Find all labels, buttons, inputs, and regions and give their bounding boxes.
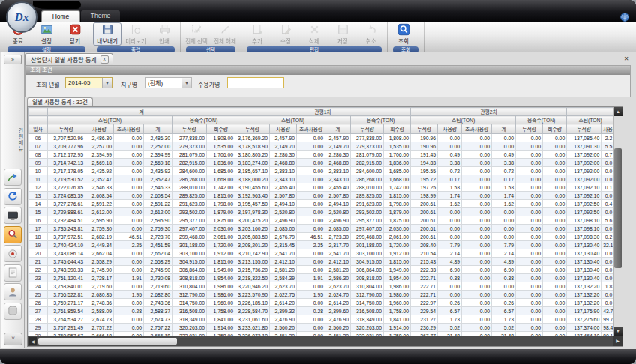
grid-cell[interactable]: 0.49 — [438, 151, 462, 159]
grid-cell[interactable]: 3,195,457.50 — [236, 200, 270, 208]
grid-column-header[interactable]: 초과사용량 — [297, 124, 326, 134]
grid-cell[interactable]: 137,085.40 — [567, 134, 602, 142]
grid-cell[interactable]: 3,192,963.40 — [236, 192, 270, 200]
grid-cell[interactable]: 2,680.85 — [86, 291, 114, 299]
grid-cell[interactable]: 3,220,946.20 — [236, 282, 270, 291]
grid-cell[interactable]: 13 — [28, 192, 48, 200]
grid-cell[interactable]: 2,457.90 — [326, 134, 351, 142]
grid-cell[interactable]: 1,875.00 — [384, 216, 411, 225]
grid-cell[interactable]: 299,468.00 — [172, 233, 207, 241]
grid-cell[interactable]: 23 — [28, 274, 48, 282]
grid-cell[interactable]: 14 — [28, 200, 48, 208]
grid-cell[interactable]: 1.91 — [114, 274, 144, 282]
grid-cell[interactable]: 3,223,570.90 — [236, 291, 270, 299]
grid-cell[interactable]: 0.00 — [516, 282, 543, 291]
grid-cell[interactable]: 288,010.00 — [351, 183, 384, 192]
grid-cell[interactable]: 1,986.00 — [384, 291, 411, 299]
grid-cell[interactable]: 1,836.00 — [207, 159, 236, 167]
grid-cell[interactable]: 0.00 — [516, 324, 543, 332]
grid-cell[interactable]: 0.00 — [462, 159, 492, 167]
grid-cell[interactable]: 7.79 — [492, 241, 516, 249]
grid-cell[interactable]: 2,608.54 — [144, 192, 172, 200]
grid-cell[interactable]: 2,494.10 — [270, 200, 297, 208]
grid-cell[interactable]: 2,623.70 — [326, 282, 351, 291]
grid-cell[interactable]: 0.00 — [297, 282, 326, 291]
grid-cell[interactable]: 0.00 — [516, 142, 543, 151]
grid-cell[interactable]: 1.95 — [114, 291, 144, 299]
grid-cell[interactable]: 2,685.00 — [270, 225, 297, 233]
grid-column-header[interactable]: 누적량 — [48, 124, 86, 134]
grid-cell[interactable]: 200.61 — [411, 225, 438, 233]
grid-cell[interactable]: 0.00 — [297, 192, 326, 200]
grid-column-header[interactable]: 사용량 — [602, 124, 613, 134]
grid-cell[interactable]: 0.00 — [543, 324, 567, 332]
grid-column-header[interactable]: 누적량 — [567, 124, 602, 134]
grid-cell[interactable]: 2,149.70 — [270, 142, 297, 151]
grid-cell[interactable]: 1,742.00 — [384, 183, 411, 192]
grid-cell[interactable]: 297,407.00 — [351, 225, 384, 233]
grid-cell[interactable]: 2,674.73 — [86, 315, 114, 324]
grid-cell[interactable]: 2,496.90 — [326, 216, 351, 225]
grid-cell[interactable]: 0.2 — [602, 233, 613, 241]
grid-cell[interactable]: 2,608.54 — [86, 192, 114, 200]
horizontal-scrollbar[interactable]: ◀ — [28, 336, 613, 346]
grid-cell[interactable]: 0.00 — [516, 233, 543, 241]
grid-cell[interactable]: 1.95 — [297, 291, 326, 299]
grid-cell[interactable]: 1,986.00 — [207, 291, 236, 299]
grid-cell[interactable]: 0.00 — [543, 307, 567, 315]
grid-cell[interactable]: 3,210,742.90 — [236, 249, 270, 258]
grid-cell[interactable]: 1,841.00 — [384, 315, 411, 324]
grid-cell[interactable]: 2,612.00 — [144, 208, 172, 216]
grid-cell[interactable]: 3,756,522.81 — [48, 291, 86, 299]
grid-cell[interactable]: 137,092.50 — [567, 208, 602, 216]
grid-cell[interactable]: 281,079.00 — [172, 151, 207, 159]
grid-cell[interactable]: 27 — [28, 307, 48, 315]
grid-cell[interactable]: 137,092.10 — [567, 192, 602, 200]
grid-cell[interactable]: 2,676.79 — [270, 233, 297, 241]
grid-cell[interactable]: 3,735,243.81 — [48, 225, 86, 233]
grid-cell[interactable]: 3,200,475.20 — [236, 216, 270, 225]
grid-cell[interactable]: 0.00 — [543, 159, 567, 167]
grid-cell[interactable]: 2,674.73 — [144, 315, 172, 324]
grid-cell[interactable]: 1,986.00 — [384, 282, 411, 291]
grid-cell[interactable]: 0.00 — [297, 159, 326, 167]
grid-cell[interactable]: 0.38 — [438, 274, 462, 282]
grid-cell[interactable]: 2,476.90 — [270, 315, 297, 324]
grid-cell[interactable]: 0.00 — [543, 183, 567, 192]
grid-cell[interactable]: 2,520.80 — [270, 208, 297, 216]
document-tab-close-icon[interactable]: x — [100, 55, 109, 64]
grid-cell[interactable]: 2,061.00 — [207, 233, 236, 241]
grid-cell[interactable]: 297,407.00 — [172, 225, 207, 233]
grid-column-header[interactable]: 초과사용량 — [114, 124, 144, 134]
grid-cell[interactable]: 1,949.00 — [384, 266, 411, 274]
grid-cell[interactable]: 0.26 — [438, 299, 462, 307]
grid-cell[interactable]: 0.00 — [492, 233, 516, 241]
grid-cell[interactable]: 3,188,000.20 — [236, 175, 270, 183]
grid-cell[interactable]: 28 — [28, 315, 48, 324]
grid-cell[interactable]: 236.29 — [411, 324, 438, 332]
grid-cell[interactable]: 222.97 — [411, 299, 438, 307]
scroll-up-icon[interactable]: ▲ — [614, 107, 622, 116]
query-button[interactable]: 조회 — [389, 22, 418, 46]
grid-column-header[interactable]: 계 — [492, 124, 516, 134]
grid-cell[interactable]: 2,496.90 — [270, 216, 297, 225]
grid-cell[interactable]: 0.00 — [114, 324, 144, 332]
grid-cell[interactable]: 0.00 — [438, 225, 462, 233]
grid-cell[interactable]: 3,737,972.51 — [48, 233, 86, 241]
customer-input[interactable] — [227, 77, 284, 88]
database-icon[interactable] — [4, 303, 22, 320]
grid-cell[interactable]: 0.00 — [516, 183, 543, 192]
grid-cell[interactable]: 2,569.18 — [144, 159, 172, 167]
grid-cell[interactable]: 2.14 — [492, 249, 516, 258]
grid-cell[interactable]: 0.00 — [492, 282, 516, 291]
grid-cell[interactable]: 282,915.00 — [351, 159, 384, 167]
grid-cell[interactable]: 0.00 — [114, 258, 144, 266]
grid-cell[interactable]: 0.00 — [297, 134, 326, 142]
grid-cell[interactable]: 0.28 — [297, 307, 326, 315]
grid-cell[interactable]: 2,352.47 — [86, 175, 114, 183]
grid-cell[interactable]: 3,226,185.10 — [236, 299, 270, 307]
grid-cell[interactable]: 1,706.00 — [384, 151, 411, 159]
grid-cell[interactable]: 0.00 — [114, 159, 144, 167]
grid-cell[interactable]: 2,546.33 — [86, 183, 114, 192]
grid-cell[interactable]: 0.0 — [602, 274, 613, 282]
